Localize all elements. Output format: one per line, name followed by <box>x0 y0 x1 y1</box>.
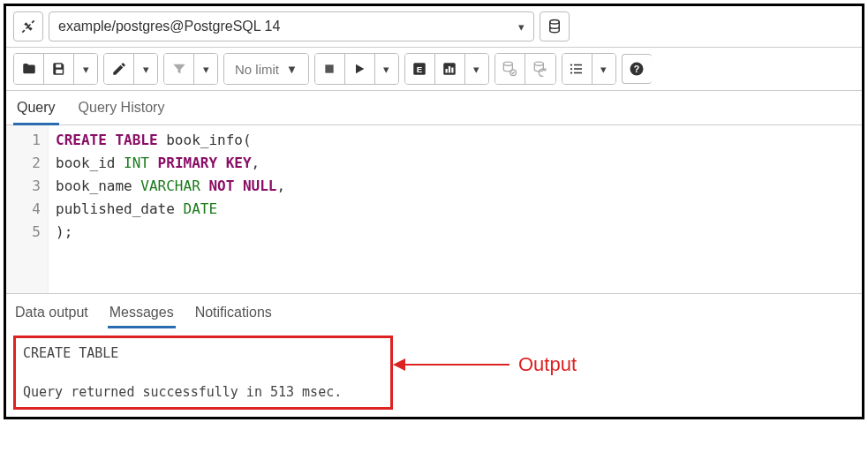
query-tabs: Query Query History <box>6 91 862 125</box>
file-group: ▾ <box>13 53 98 85</box>
tab-history[interactable]: Query History <box>75 91 169 124</box>
sql-keyword: CREATE TABLE <box>56 132 158 148</box>
sql-keyword: PRIMARY KEY <box>158 155 252 171</box>
tab-messages[interactable]: Messages <box>108 299 176 328</box>
svg-point-8 <box>504 62 513 65</box>
svg-rect-6 <box>449 66 450 73</box>
chevron-down-icon: ▾ <box>473 63 479 76</box>
arrow-left-icon <box>393 358 405 371</box>
pgadmin-window: example/postgres@PostgreSQL 14 ▾ ▾ ▾ <box>4 4 864 419</box>
list-icon <box>569 61 585 77</box>
open-file-btn[interactable] <box>14 54 44 84</box>
filter-icon <box>171 61 187 77</box>
sql-type: VARCHAR <box>140 177 200 194</box>
line-num: 3 <box>6 175 41 198</box>
connection-dropdown[interactable]: example/postgres@PostgreSQL 14 ▾ <box>49 11 534 41</box>
svg-rect-1 <box>326 64 334 72</box>
annotation-arrow: Output <box>395 353 577 376</box>
code-area[interactable]: CREATE TABLE book_info( book_id INT PRIM… <box>49 125 862 293</box>
explain-dropdown-btn[interactable]: ▾ <box>465 54 488 84</box>
limit-label: No limit <box>235 62 279 77</box>
save-icon <box>51 61 67 77</box>
database-icon <box>547 19 562 34</box>
sql-type: INT <box>124 155 149 171</box>
filter-group: ▾ <box>163 53 218 85</box>
edit-btn[interactable] <box>104 54 134 84</box>
explain-analyze-btn[interactable] <box>435 54 465 84</box>
output-line: CREATE TABLE <box>23 345 118 361</box>
macro-btn[interactable] <box>562 54 593 84</box>
rollback-btn[interactable] <box>525 54 555 84</box>
commit-btn[interactable] <box>495 54 525 84</box>
output-tabs: Data output Messages Notifications <box>6 293 862 328</box>
save-dropdown-btn[interactable]: ▾ <box>74 54 97 84</box>
messages-output: CREATE TABLE Query returned successfully… <box>13 336 393 410</box>
save-file-btn[interactable] <box>44 54 74 84</box>
svg-point-12 <box>570 68 572 70</box>
folder-icon <box>21 61 37 77</box>
sql-text: ); <box>56 223 72 240</box>
filter-btn[interactable] <box>164 54 194 84</box>
stop-btn[interactable] <box>315 54 345 84</box>
play-icon <box>352 62 366 76</box>
tab-query[interactable]: Query <box>13 91 59 125</box>
output-line: Query returned successfully in 513 msec. <box>23 384 342 400</box>
line-num: 2 <box>6 152 41 175</box>
execute-dropdown-btn[interactable]: ▾ <box>375 54 398 84</box>
database-rollback-icon <box>532 60 549 78</box>
bar-chart-icon <box>442 61 457 77</box>
connection-label: example/postgres@PostgreSQL 14 <box>58 19 280 34</box>
svg-point-0 <box>550 20 560 25</box>
chevron-down-icon: ▾ <box>143 63 149 76</box>
explain-btn[interactable]: E <box>405 54 435 84</box>
svg-text:E: E <box>417 64 423 74</box>
svg-point-11 <box>570 64 572 65</box>
sql-editor[interactable]: 1 2 3 4 5 CREATE TABLE book_info( book_i… <box>6 125 862 293</box>
help-btn[interactable]: ? <box>622 54 652 84</box>
filter-dropdown-btn[interactable]: ▾ <box>194 54 217 84</box>
stop-icon <box>323 63 336 75</box>
chevron-down-icon: ▾ <box>518 20 525 34</box>
sql-text: , <box>252 155 260 171</box>
line-gutter: 1 2 3 4 5 <box>6 125 49 293</box>
sql-text: published_date <box>56 200 184 217</box>
connection-row: example/postgres@PostgreSQL 14 ▾ <box>6 6 862 48</box>
tab-notifications[interactable]: Notifications <box>193 299 274 328</box>
sql-text: book_name <box>56 177 140 194</box>
connection-status-icon-btn[interactable] <box>13 11 43 41</box>
arrow-line <box>395 364 509 366</box>
new-connection-btn[interactable] <box>540 11 570 41</box>
line-num: 5 <box>6 221 41 244</box>
toolbar: ▾ ▾ ▾ No limit ▼ <box>6 48 862 91</box>
run-group: ▾ <box>314 53 399 85</box>
svg-point-13 <box>570 72 572 73</box>
macro-group: ▾ <box>562 53 616 85</box>
execute-btn[interactable] <box>345 54 375 84</box>
explain-icon: E <box>411 61 427 77</box>
pencil-icon <box>111 61 127 77</box>
sql-text: , <box>276 177 285 194</box>
annotation-label: Output <box>518 353 577 376</box>
plug-disconnected-icon <box>19 18 37 35</box>
sql-text: book_id <box>56 155 124 171</box>
svg-rect-5 <box>446 69 448 73</box>
svg-text:?: ? <box>634 64 639 74</box>
sql-text: book_info( <box>158 132 252 148</box>
chevron-down-icon: ▾ <box>83 63 89 76</box>
database-commit-icon <box>501 60 518 78</box>
svg-point-10 <box>534 62 543 65</box>
tab-data-output[interactable]: Data output <box>13 299 90 328</box>
macro-dropdown-btn[interactable]: ▾ <box>593 54 615 84</box>
sql-keyword: NOT NULL <box>208 177 276 194</box>
line-num: 4 <box>6 198 41 221</box>
sql-type: DATE <box>184 200 218 217</box>
limit-dropdown[interactable]: No limit ▼ <box>224 54 308 84</box>
help-icon: ? <box>629 61 645 77</box>
limit-group: No limit ▼ <box>223 53 309 85</box>
line-num: 1 <box>6 129 41 152</box>
edit-dropdown-btn[interactable]: ▾ <box>134 54 157 84</box>
transaction-group <box>494 53 556 85</box>
svg-rect-7 <box>452 68 454 73</box>
explain-group: E ▾ <box>404 53 489 85</box>
caret-down-icon: ▼ <box>286 63 298 76</box>
